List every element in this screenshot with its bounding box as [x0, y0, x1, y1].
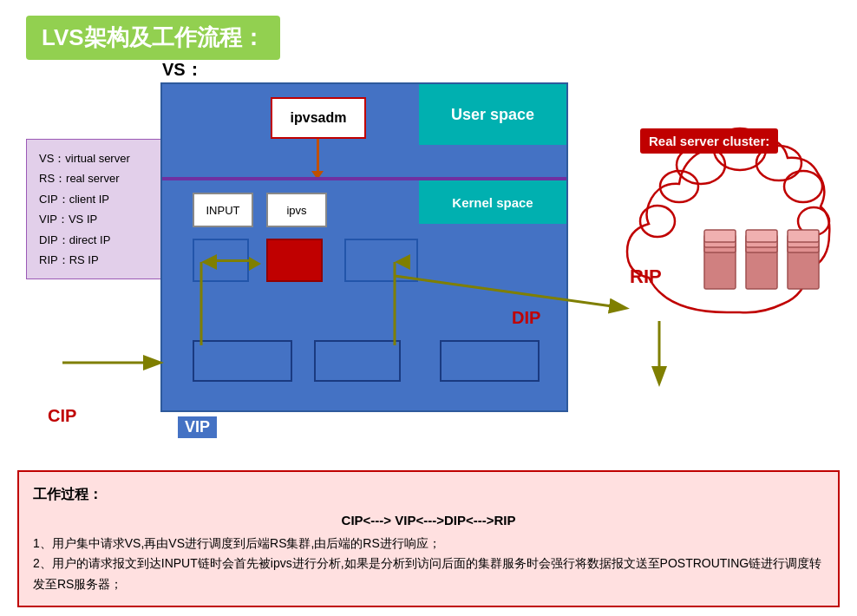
legend-line-3: CIP：client IP [39, 189, 169, 209]
middle-bottom-block [314, 340, 401, 382]
dip-label: DIP [512, 308, 540, 328]
legend-line-4: VIP：VS IP [39, 209, 169, 229]
kernel-space-banner: Kernel space [419, 180, 566, 224]
ipvsadm-label: ipvsadm [291, 110, 347, 126]
kernel-block-right [344, 239, 418, 282]
description-box: 工作过程： CIP<---> VIP<--->DIP<--->RIP 1、用户集… [17, 470, 840, 607]
input-box: INPUT [193, 193, 253, 227]
input-label: INPUT [206, 204, 240, 217]
kernel-space-label: Kernel space [452, 195, 533, 210]
vs-label: VS： [162, 58, 203, 82]
desc-line1: 1、用户集中请求VS,再由VS进行调度到后端RS集群,由后端的RS进行响应； [33, 534, 824, 554]
server-icon-3 [786, 228, 822, 291]
kernel-block-middle [266, 239, 323, 282]
desc-line2: 2、用户的请求报文到达INPUT链时会首先被ipvs进行分析,如果是分析到访问后… [33, 554, 824, 595]
legend-line-1: VS：virtual server [39, 148, 169, 168]
cloud-svg [614, 87, 840, 338]
vip-block [193, 340, 292, 382]
desc-title: 工作过程： [33, 482, 824, 506]
desc-flow: CIP<---> VIP<--->DIP<--->RIP [33, 509, 824, 532]
svg-rect-23 [788, 230, 819, 242]
legend-line-6: RIP：RS IP [39, 250, 169, 270]
server-stack [703, 228, 822, 291]
vs-box: VS： User space ipvsadm Kernel space INPU… [160, 82, 568, 412]
svg-point-8 [784, 171, 822, 202]
title-box: LVS架构及工作流程： [26, 16, 280, 60]
server-icon-2 [744, 228, 781, 291]
arrow-line-kernel [207, 259, 249, 262]
ipvsadm-box: ipvsadm [271, 97, 366, 139]
legend-line-2: RS：real server [39, 168, 169, 188]
server-icon-1 [703, 228, 739, 291]
page-title: LVS架构及工作流程： [42, 24, 265, 50]
user-space-banner: User space [419, 84, 566, 145]
user-space-label: User space [451, 106, 534, 124]
svg-rect-19 [746, 230, 777, 242]
legend-line-5: DIP：direct IP [39, 230, 169, 250]
cloud-area: Real server cluster: RIP [614, 87, 840, 338]
legend-box: VS：virtual server RS：real server CIP：cli… [26, 139, 182, 279]
ipvsadm-down-arrow [317, 139, 319, 172]
svg-point-10 [640, 206, 675, 237]
vip-label: VIP [178, 416, 217, 438]
cip-label: CIP [48, 406, 76, 426]
rip-label: RIP [630, 265, 662, 288]
ipvs-label: ipvs [286, 204, 306, 217]
svg-rect-15 [704, 230, 736, 242]
real-server-label: Real server cluster: [640, 128, 778, 154]
dip-block [440, 340, 540, 382]
ipvs-box: ipvs [266, 193, 327, 227]
right-arrow-kernel [249, 257, 261, 271]
